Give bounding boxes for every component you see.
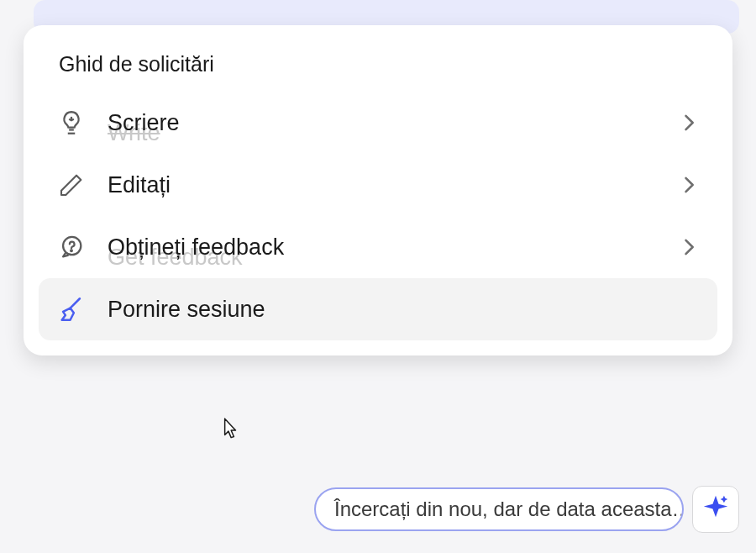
chevron-right-icon: [677, 235, 701, 259]
bottom-bar: Încercați din nou, dar de data aceasta…: [34, 486, 739, 533]
menu-label-wrap: Pornire sesiune: [108, 297, 701, 323]
panel-title: Ghid de solicitări: [39, 45, 717, 92]
prompt-guide-panel: Ghid de solicitări Write Scriere: [24, 25, 732, 356]
chevron-right-icon: [677, 173, 701, 197]
suggestion-pill[interactable]: Încercați din nou, dar de data aceasta…: [314, 487, 684, 531]
menu-label-wrap: Get feedback Obțineți feedback: [108, 234, 677, 261]
menu-item-write[interactable]: Write Scriere: [39, 92, 717, 154]
menu-label: Obțineți feedback: [108, 234, 677, 261]
menu-label-wrap: Editați: [108, 172, 677, 198]
sparkle-icon: [701, 493, 730, 525]
sparkle-button[interactable]: [692, 486, 739, 533]
lightbulb-icon: [55, 107, 87, 139]
menu-item-feedback[interactable]: Get feedback Obțineți feedback: [39, 216, 717, 278]
menu-label: Editați: [108, 172, 677, 198]
menu-label: Pornire sesiune: [108, 297, 701, 323]
menu-item-edit[interactable]: Editați: [39, 154, 717, 216]
pointer-cursor-icon: [218, 417, 240, 442]
menu-label-wrap: Write Scriere: [108, 110, 677, 136]
pencil-icon: [55, 169, 87, 201]
menu-item-start-session[interactable]: Pornire sesiune: [39, 278, 717, 340]
menu-label: Scriere: [108, 110, 677, 136]
chevron-right-icon: [677, 111, 701, 134]
svg-point-0: [71, 250, 72, 251]
broom-icon: [55, 293, 87, 325]
chat-question-icon: [55, 231, 87, 263]
